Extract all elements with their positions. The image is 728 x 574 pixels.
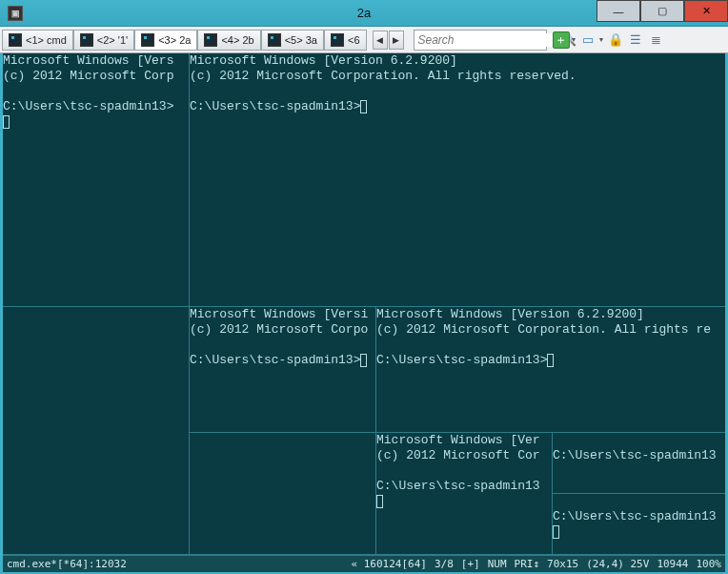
window-mode-button[interactable]: ▭: [579, 31, 597, 49]
window-title: 2a: [357, 6, 371, 20]
terminal-pane[interactable]: Microsoft Windows [Versi (c) 2012 Micros…: [190, 307, 376, 433]
console-text: (c) 2012 Microsoft Corporation. All righ…: [376, 322, 711, 337]
console-text: (c) 2012 Microsoft Corpo: [190, 322, 368, 337]
status-bar: cmd.exe*[*64]:12032 « 160124[64] 3/8 [+]…: [3, 555, 725, 572]
terminal-pane[interactable]: C:\Users\tsc-spadmin13: [553, 433, 725, 494]
chevron-down-icon[interactable]: ▼: [597, 36, 604, 43]
terminal-pane[interactable]: [190, 433, 376, 555]
tab-3[interactable]: <3> 2a: [134, 30, 197, 51]
search-box[interactable]: 🔍: [414, 30, 547, 51]
menu-button[interactable]: ☰: [627, 31, 644, 49]
status-size: 70x15: [547, 558, 578, 570]
cursor: [360, 354, 367, 367]
chevron-down-icon[interactable]: ▼: [571, 36, 577, 43]
status-buffer: « 160124[64]: [351, 558, 426, 570]
tab-label: <1> cmd: [26, 34, 67, 46]
search-input[interactable]: [418, 33, 562, 47]
maximize-button[interactable]: ▢: [640, 0, 684, 22]
cursor: [553, 525, 559, 539]
tab-label: <2> '1': [97, 34, 128, 46]
tab-5[interactable]: <5> 3a: [261, 30, 324, 51]
console-text: Microsoft Windows [Ver: [376, 433, 540, 447]
titlebar: ▣ 2a — ▢ ✕: [0, 0, 728, 27]
toolbar: <1> cmd <2> '1' <3> 2a <4> 2b <5> 3a <6 …: [0, 27, 728, 53]
terminal-pane[interactable]: Microsoft Windows [Vers (c) 2012 Microso…: [3, 53, 190, 307]
cursor: [360, 100, 367, 113]
cursor: [547, 354, 554, 367]
status-num: NUM: [488, 558, 507, 570]
console-text: (c) 2012 Microsoft Cor: [376, 448, 540, 462]
new-console-button[interactable]: ＋: [553, 31, 570, 49]
console-icon: [204, 33, 217, 47]
console-icon: [80, 33, 93, 47]
console-text: Microsoft Windows [Versi: [190, 307, 368, 321]
status-pri: PRI↕: [515, 558, 540, 570]
console-text: (c) 2012 Microsoft Corporation. All righ…: [190, 69, 576, 83]
console-prompt: C:\Users\tsc-spadmin13: [553, 448, 717, 462]
console-text: Microsoft Windows [Vers: [3, 53, 173, 68]
status-process: cmd.exe*[*64]:12032: [7, 558, 127, 570]
console-prompt: C:\Users\tsc-spadmin13>: [376, 353, 547, 367]
tab-2[interactable]: <2> '1': [73, 30, 134, 51]
console-text: (c) 2012 Microsoft Corp: [3, 69, 173, 83]
close-button[interactable]: ✕: [684, 0, 728, 22]
terminal-pane[interactable]: Microsoft Windows [Ver (c) 2012 Microsof…: [376, 433, 553, 555]
tab-1[interactable]: <1> cmd: [2, 30, 73, 51]
status-panes: 3/8: [435, 558, 454, 570]
tab-label: <6: [348, 34, 360, 46]
console-text: Microsoft Windows [Version 6.2.9200]: [190, 53, 457, 68]
status-cursor: (24,4) 25V: [586, 558, 649, 570]
status-right: « 160124[64] 3/8 [+] NUM PRI↕ 70x15 (24,…: [351, 558, 721, 570]
terminal-pane[interactable]: C:\Users\tsc-spadmin13: [553, 494, 725, 555]
terminal-pane[interactable]: Microsoft Windows [Version 6.2.9200] (c)…: [190, 53, 725, 307]
terminal-pane[interactable]: [3, 307, 190, 555]
status-plus: [+]: [461, 558, 480, 570]
window-controls: — ▢ ✕: [597, 0, 728, 22]
tab-scroll-arrows: ◀ ▶: [373, 31, 404, 50]
console-text: Microsoft Windows [Version 6.2.9200]: [376, 307, 644, 321]
tab-bar: <1> cmd <2> '1' <3> 2a <4> 2b <5> 3a <6: [2, 29, 367, 51]
tab-label: <3> 2a: [158, 34, 191, 46]
console-icon: [141, 33, 154, 47]
console-prompt: C:\Users\tsc-spadmin13: [376, 479, 540, 493]
scroll-left-button[interactable]: ◀: [373, 31, 388, 50]
list-button[interactable]: ≣: [647, 31, 664, 49]
status-chars: 10944: [657, 558, 688, 570]
tab-label: <5> 3a: [285, 34, 317, 46]
scroll-right-button[interactable]: ▶: [389, 31, 404, 50]
terminal-pane[interactable]: Microsoft Windows [Version 6.2.9200] (c)…: [376, 307, 725, 433]
tab-label: <4> 2b: [221, 34, 253, 46]
toolbar-icons: ＋ ▼ ▭ ▼ 🔒 ☰ ≣: [553, 31, 665, 49]
console-icon: [9, 33, 22, 47]
console-icon: [268, 33, 281, 47]
console-prompt: C:\Users\tsc-spadmin13>: [190, 99, 360, 113]
tab-6[interactable]: <6: [324, 30, 367, 51]
app-icon: ▣: [8, 6, 23, 21]
lock-button[interactable]: 🔒: [607, 31, 624, 49]
console-prompt: C:\Users\tsc-spadmin13: [553, 509, 717, 523]
tab-4[interactable]: <4> 2b: [197, 30, 260, 51]
cursor: [3, 115, 10, 129]
status-zoom: 100%: [697, 558, 722, 570]
console-prompt: C:\Users\tsc-spadmin13>: [3, 99, 173, 113]
minimize-button[interactable]: —: [597, 0, 640, 22]
console-prompt: C:\Users\tsc-spadmin13>: [190, 353, 360, 367]
cursor: [376, 495, 383, 508]
terminal-area: Microsoft Windows [Vers (c) 2012 Microso…: [3, 53, 725, 555]
console-icon: [331, 33, 344, 47]
